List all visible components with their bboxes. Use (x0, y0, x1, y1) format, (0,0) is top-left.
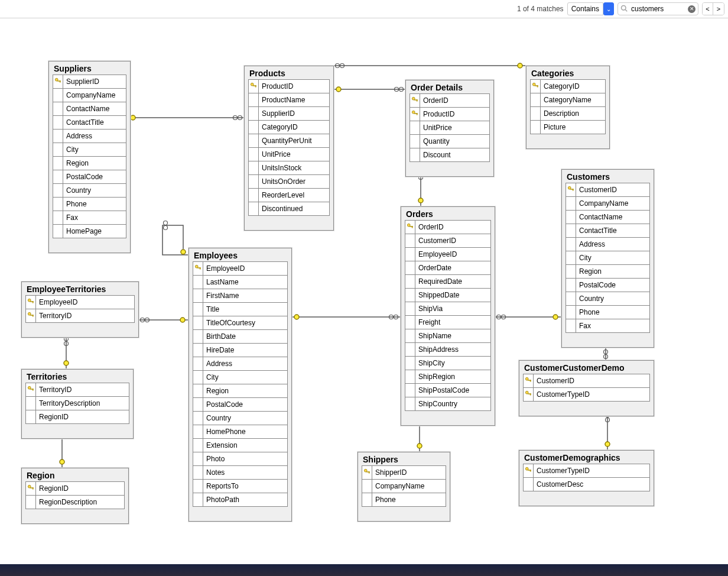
column-row[interactable]: ProductID (249, 80, 330, 93)
column-row[interactable]: Address (566, 238, 650, 251)
column-row[interactable]: FirstName (193, 289, 288, 303)
column-row[interactable]: CompanyName (53, 89, 126, 102)
column-row[interactable]: Discount (410, 148, 490, 162)
column-row[interactable]: TerritoryID (26, 383, 129, 397)
column-row[interactable]: ContactTitle (53, 116, 126, 130)
column-row[interactable]: OrderID (410, 94, 490, 108)
entity-customers[interactable]: CustomersCustomerIDCompanyNameContactNam… (561, 169, 654, 348)
column-row[interactable]: UnitPrice (410, 121, 490, 135)
column-row[interactable]: ContactName (53, 102, 126, 116)
column-row[interactable]: ShipPostalCode (405, 384, 491, 397)
search-input[interactable] (630, 4, 685, 14)
entity-custdemog[interactable]: CustomerDemographicsCustomerTypeIDCustom… (519, 450, 654, 506)
column-row[interactable]: RequiredDate (405, 275, 491, 289)
column-row[interactable]: Freight (405, 316, 491, 329)
column-row[interactable]: PostalCode (193, 398, 288, 412)
column-row[interactable]: RegionID (26, 482, 125, 496)
column-row[interactable]: ReorderLevel (249, 189, 330, 202)
column-row[interactable]: ShipCountry (405, 397, 491, 411)
column-row[interactable]: CustomerTypeID (524, 388, 650, 402)
column-row[interactable]: RegionDescription (26, 496, 125, 509)
column-row[interactable]: ShippedDate (405, 289, 491, 302)
column-row[interactable]: EmployeeID (193, 262, 288, 276)
entity-products[interactable]: ProductsProductIDProductNameSupplierIDCa… (244, 66, 334, 231)
entity-custdemo[interactable]: CustomerCustomerDemoCustomerIDCustomerTy… (519, 360, 654, 416)
column-row[interactable]: TerritoryID (26, 309, 135, 323)
column-row[interactable]: CustomerTypeID (524, 464, 650, 478)
column-row[interactable]: Region (193, 384, 288, 398)
column-row[interactable]: Phone (53, 198, 126, 211)
column-row[interactable]: RegionID (26, 410, 129, 424)
column-row[interactable]: BirthDate (193, 330, 288, 344)
column-row[interactable]: TerritoryDescription (26, 397, 129, 410)
column-row[interactable]: Title (193, 303, 288, 316)
column-row[interactable]: EmployeeID (26, 296, 135, 309)
column-row[interactable]: LastName (193, 276, 288, 289)
column-row[interactable]: CategoryName (531, 93, 606, 107)
column-row[interactable]: QuantityPerUnit (249, 134, 330, 148)
entity-territories[interactable]: TerritoriesTerritoryIDTerritoryDescripti… (21, 369, 134, 439)
column-row[interactable]: Fax (566, 319, 650, 333)
column-row[interactable]: CustomerID (524, 374, 650, 388)
column-row[interactable]: Country (53, 184, 126, 198)
column-row[interactable]: ShipAddress (405, 343, 491, 357)
column-row[interactable]: ShipperID (362, 466, 446, 480)
column-row[interactable]: CategoryID (249, 121, 330, 134)
column-row[interactable]: ShipCity (405, 357, 491, 370)
column-row[interactable]: ShipName (405, 329, 491, 343)
column-row[interactable]: HomePhone (193, 425, 288, 439)
column-row[interactable]: UnitsInStock (249, 161, 330, 175)
column-row[interactable]: ReportsTo (193, 480, 288, 493)
prev-match-button[interactable]: < (703, 3, 713, 15)
column-row[interactable]: Notes (193, 466, 288, 480)
column-row[interactable]: HireDate (193, 344, 288, 357)
entity-orders[interactable]: OrdersOrderIDCustomerIDEmployeeIDOrderDa… (401, 206, 495, 426)
column-row[interactable]: HomePage (53, 225, 126, 238)
column-row[interactable]: PostalCode (566, 279, 650, 292)
entity-suppliers[interactable]: SuppliersSupplierIDCompanyNameContactNam… (48, 61, 131, 253)
column-row[interactable]: UnitsOnOrder (249, 175, 330, 189)
entity-employees[interactable]: EmployeesEmployeeIDLastNameFirstNameTitl… (188, 248, 292, 522)
column-row[interactable]: SupplierID (53, 75, 126, 89)
column-row[interactable]: EmployeeID (405, 248, 491, 261)
column-row[interactable]: Region (53, 157, 126, 170)
entity-categories[interactable]: CategoriesCategoryIDCategoryNameDescript… (526, 66, 610, 149)
entity-region[interactable]: RegionRegionIDRegionDescription (21, 468, 129, 524)
column-row[interactable]: Address (53, 130, 126, 143)
search-mode-select[interactable]: Contains ⌄ (567, 2, 614, 15)
column-row[interactable]: Quantity (410, 135, 490, 148)
column-row[interactable]: Description (531, 107, 606, 121)
column-row[interactable]: Address (193, 357, 288, 371)
entity-shippers[interactable]: ShippersShipperIDCompanyNamePhone (358, 452, 450, 522)
search-field[interactable]: ✕ (618, 2, 698, 15)
column-row[interactable]: PhotoPath (193, 493, 288, 507)
column-row[interactable]: ContactName (566, 211, 650, 224)
column-row[interactable]: Photo (193, 452, 288, 466)
chevron-updown-icon[interactable]: ⌄ (603, 2, 614, 15)
column-row[interactable]: Extension (193, 439, 288, 452)
column-row[interactable]: ContactTitle (566, 224, 650, 238)
next-match-button[interactable]: > (713, 3, 724, 15)
column-row[interactable]: Picture (531, 121, 606, 134)
column-row[interactable]: Phone (566, 306, 650, 319)
column-row[interactable]: OrderDate (405, 261, 491, 275)
column-row[interactable]: Country (193, 412, 288, 425)
column-row[interactable]: CategoryID (531, 80, 606, 93)
column-row[interactable]: ShipRegion (405, 370, 491, 384)
column-row[interactable]: ProductName (249, 93, 330, 107)
column-row[interactable]: Discontinued (249, 202, 330, 216)
column-row[interactable]: ProductID (410, 108, 490, 121)
column-row[interactable]: OrderID (405, 221, 491, 234)
column-row[interactable]: City (566, 251, 650, 265)
column-row[interactable]: ShipVia (405, 302, 491, 316)
column-row[interactable]: Country (566, 292, 650, 306)
entity-orderdetails[interactable]: Order DetailsOrderIDProductIDUnitPriceQu… (405, 80, 494, 177)
column-row[interactable]: UnitPrice (249, 148, 330, 161)
entity-empterr[interactable]: EmployeeTerritoriesEmployeeIDTerritoryID (21, 281, 139, 338)
diagram-canvas[interactable]: SuppliersSupplierIDCompanyNameContactNam… (0, 18, 728, 568)
column-row[interactable]: Phone (362, 493, 446, 507)
column-row[interactable]: CompanyName (362, 480, 446, 493)
column-row[interactable]: CustomerDesc (524, 478, 650, 491)
column-row[interactable]: Fax (53, 211, 126, 225)
column-row[interactable]: City (53, 143, 126, 157)
